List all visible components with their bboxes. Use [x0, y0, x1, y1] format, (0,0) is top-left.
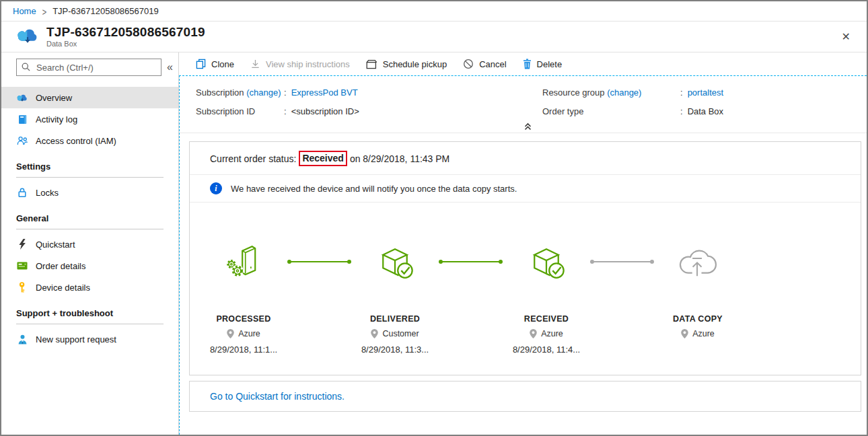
pickup-box-icon — [366, 59, 377, 69]
people-icon — [16, 136, 28, 145]
timeline-connector-done — [289, 261, 350, 262]
sidebar-item-overview[interactable]: Overview — [1, 87, 178, 108]
info-message: We have received the device and will not… — [231, 184, 517, 194]
blade-content: Subscription (change) : ExpressPod BVT S… — [179, 75, 867, 435]
sidebar-item-label: Overview — [36, 93, 72, 103]
order-card-icon — [16, 262, 28, 270]
sidebar-item-order-details[interactable]: Order details — [1, 255, 178, 277]
schedule-pickup-button[interactable]: Schedule pickup — [366, 59, 447, 69]
chevron-double-up-icon — [523, 122, 532, 131]
sidebar-section-general: General — [16, 213, 164, 229]
essentials-panel: Subscription (change) : ExpressPod BVT S… — [180, 76, 867, 133]
sidebar-section-settings: Settings — [16, 161, 164, 178]
breadcrumb-separator: > — [42, 5, 46, 17]
breadcrumb-home-link[interactable]: Home — [13, 6, 36, 16]
sidebar: « Overview — [1, 52, 179, 435]
subscription-value-link[interactable]: ExpressPod BVT — [291, 87, 358, 98]
sidebar-item-access-control[interactable]: Access control (IAM) — [1, 130, 178, 151]
subscription-change-link[interactable]: (change) — [246, 87, 281, 98]
stage-location: Azure — [541, 329, 563, 338]
databox-logo-icon — [16, 26, 39, 48]
sidebar-item-label: Order details — [36, 261, 85, 271]
stage-date: 8/29/2018, 11:4... — [513, 344, 580, 355]
sidebar-item-activity-log[interactable]: Activity log — [1, 108, 178, 130]
resource-group-change-link[interactable]: (change) — [607, 87, 641, 98]
search-input[interactable] — [16, 59, 161, 76]
quickstart-card: Go to Quickstart for instructions. — [189, 381, 861, 412]
sidebar-collapse-icon[interactable]: « — [165, 61, 175, 73]
breadcrumb-current: TJP-636712058086567019 — [52, 6, 159, 16]
sidebar-item-device-details[interactable]: Device details — [1, 277, 178, 298]
clone-button[interactable]: Clone — [196, 59, 234, 69]
sidebar-section-support: Support + troubleshoot — [16, 308, 164, 324]
cloud-icon — [16, 93, 28, 103]
sidebar-item-locks[interactable]: Locks — [1, 182, 178, 203]
info-icon: i — [210, 182, 222, 194]
sidebar-item-label: Activity log — [36, 114, 77, 124]
status-value-annotated: Received — [299, 151, 347, 166]
view-ship-instructions-button[interactable]: View ship instructions — [250, 59, 350, 69]
timeline-stage-processed: PROCESSED Azure 8/29/2018, 11:1... — [203, 240, 284, 355]
page-subtitle: Data Box — [46, 40, 205, 48]
close-icon[interactable]: ✕ — [838, 29, 855, 44]
lock-icon — [16, 187, 28, 198]
prohibited-icon — [463, 59, 474, 69]
sidebar-item-label: Device details — [36, 283, 90, 293]
search-icon — [22, 63, 30, 71]
stage-location: Azure — [692, 329, 715, 338]
delete-button[interactable]: Delete — [523, 59, 563, 69]
essentials-collapse-button[interactable] — [196, 120, 860, 133]
sidebar-item-label: New support request — [36, 334, 116, 344]
cancel-button[interactable]: Cancel — [463, 59, 506, 69]
order-type-value: Data Box — [688, 106, 723, 116]
window: Home > TJP-636712058086567019 TJP-636712… — [0, 0, 868, 436]
command-bar: Clone View ship instructions Schedule pi… — [179, 52, 867, 75]
location-pin-icon — [227, 329, 234, 338]
essentials-subscription-row: Subscription (change) : ExpressPod BVT — [196, 83, 542, 102]
location-pin-icon — [530, 329, 537, 338]
current-order-status-line: Current order status: Received on 8/29/2… — [190, 142, 861, 175]
order-timeline: PROCESSED Azure 8/29/2018, 11:1... — [190, 203, 861, 375]
timeline-stage-delivered: DELIVERED Customer 8/29/2018, 11:3... — [355, 240, 435, 355]
sidebar-item-label: Access control (IAM) — [36, 136, 116, 146]
page-title: TJP-636712058086567019 — [46, 26, 205, 39]
key-icon — [16, 282, 28, 293]
location-pin-icon — [371, 329, 378, 338]
timeline-stage-received: RECEIVED Azure 8/29/2018, 11:4... — [506, 240, 587, 355]
sidebar-item-label: Locks — [36, 188, 59, 198]
main-panel: Clone View ship instructions Schedule pi… — [179, 52, 867, 435]
order-status-card: Current order status: Received on 8/29/2… — [189, 141, 861, 375]
copy-icon — [196, 59, 206, 69]
location-pin-icon — [681, 329, 688, 338]
stage-location: Azure — [238, 329, 260, 338]
essentials-resource-group-row: Resource group (change) : portaltest — [542, 83, 860, 102]
processed-icon — [224, 240, 263, 283]
box-check-icon — [526, 240, 567, 283]
trash-icon — [523, 59, 532, 69]
sidebar-item-quickstart[interactable]: Quickstart — [1, 233, 178, 255]
lightning-icon — [16, 239, 28, 250]
timeline-connector-done — [440, 261, 501, 262]
essentials-subscription-id-row: Subscription ID : <subscription ID> — [196, 102, 542, 120]
download-icon — [250, 59, 260, 69]
timeline-connector-pending — [591, 261, 653, 262]
sidebar-item-label: Quickstart — [36, 240, 75, 250]
box-check-icon — [375, 240, 415, 283]
stage-date: 8/29/2018, 11:3... — [361, 344, 429, 355]
stage-location: Customer — [382, 329, 419, 338]
page-header: TJP-636712058086567019 Data Box ✕ — [1, 22, 867, 52]
info-banner: i We have received the device and will n… — [190, 175, 861, 203]
support-person-icon — [16, 334, 28, 344]
subscription-id-value: <subscription ID> — [291, 106, 359, 116]
timeline-stage-data-copy: DATA COPY Azure — [657, 240, 738, 355]
essentials-order-type-row: Order type : Data Box — [542, 102, 860, 120]
sidebar-item-new-support-request[interactable]: New support request — [1, 328, 178, 350]
activity-log-icon — [16, 114, 28, 124]
breadcrumb: Home > TJP-636712058086567019 — [1, 1, 867, 22]
quickstart-link[interactable]: Go to Quickstart for instructions. — [210, 391, 345, 402]
resource-group-value-link[interactable]: portaltest — [688, 87, 723, 98]
cloud-upload-icon — [674, 240, 721, 283]
stage-date: 8/29/2018, 11:1... — [210, 344, 277, 355]
